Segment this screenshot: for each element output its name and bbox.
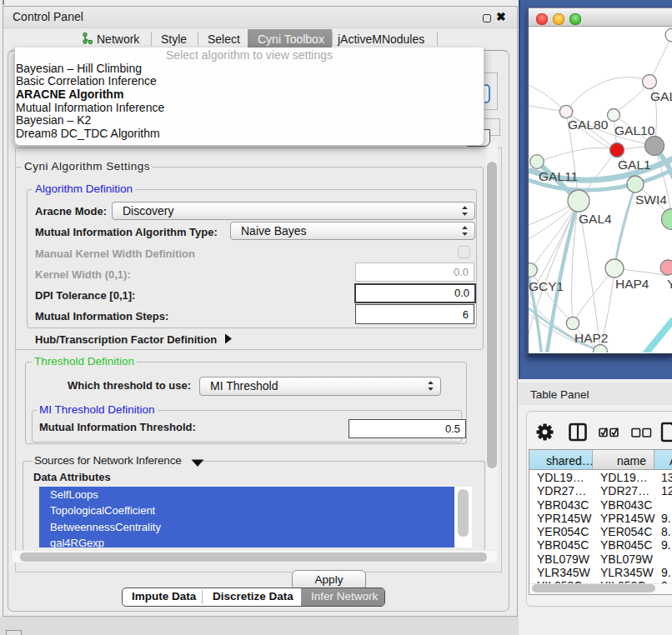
svg-text:GAL7: GAL7 [650,89,672,103]
svg-text:GAL4: GAL4 [579,212,612,226]
svg-text:GAL1: GAL1 [618,158,651,172]
svg-text:GCY1: GCY1 [529,279,564,293]
svg-text:GAL11: GAL11 [539,169,578,183]
svg-text:GAL80: GAL80 [568,118,609,132]
svg-text:Y: Y [667,277,672,291]
svg-text:GAL10: GAL10 [614,123,655,138]
svg-text:HAP4: HAP4 [615,277,649,291]
svg-text:HAP2: HAP2 [574,331,609,345]
svg-text:SWI4: SWI4 [635,192,667,207]
